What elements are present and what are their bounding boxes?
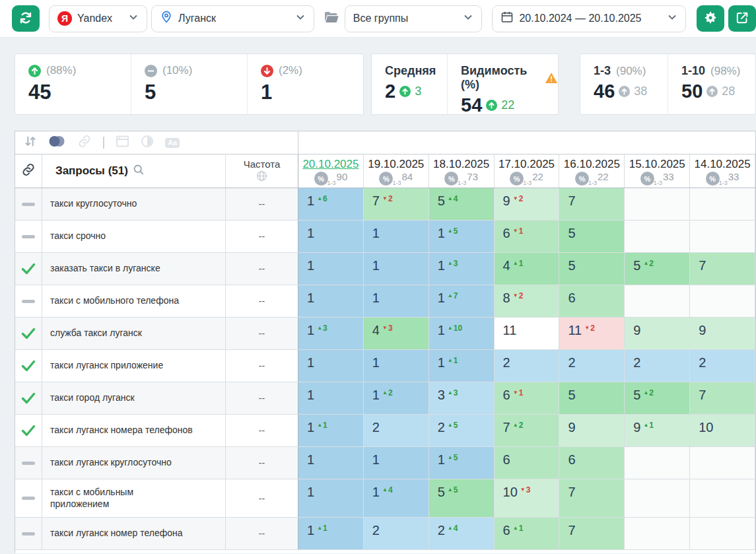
position-cell[interactable]: 9▼2 (495, 188, 560, 220)
position-cell[interactable]: 1▲3 (429, 253, 495, 285)
position-cell[interactable] (690, 221, 755, 252)
check-icon[interactable] (15, 382, 42, 414)
position-cell[interactable]: 1 (364, 253, 429, 285)
position-cell[interactable]: 8▼2 (495, 285, 560, 317)
position-cell[interactable]: 7 (559, 479, 625, 517)
position-cell[interactable]: 1 (364, 285, 429, 317)
date-column-header[interactable]: 20.10.2025%1-390 (298, 155, 364, 188)
position-cell[interactable]: 7 (690, 382, 755, 414)
keyword-label[interactable]: такси с мобильного телефона (42, 285, 226, 317)
position-cell[interactable]: 3▲3 (429, 382, 495, 414)
dash-icon[interactable] (15, 188, 42, 220)
position-cell[interactable]: 5▲2 (625, 253, 690, 285)
date-link[interactable]: 17.10.2025 (498, 158, 555, 170)
position-cell[interactable]: 2 (625, 350, 690, 382)
layers-toggle-icon[interactable] (48, 135, 66, 151)
position-cell[interactable]: 11 (495, 318, 560, 349)
dash-icon[interactable] (15, 221, 42, 252)
position-cell[interactable]: 2 (364, 518, 429, 549)
position-cell[interactable]: 6▼1 (495, 221, 560, 252)
columns-icon[interactable] (116, 135, 129, 151)
font-size-icon[interactable]: Aa (165, 138, 180, 148)
refresh-button[interactable] (12, 5, 40, 32)
position-cell[interactable]: 2▲4 (429, 518, 495, 549)
position-cell[interactable]: 9 (625, 318, 690, 349)
date-link[interactable]: 14.10.2025 (695, 158, 751, 170)
position-cell[interactable]: 1 (298, 382, 364, 414)
link-icon[interactable] (77, 134, 92, 151)
keyword-label[interactable]: такси круглосуточно (42, 188, 226, 220)
position-cell[interactable]: 5 (559, 382, 625, 414)
date-range-select[interactable]: 20.10.2024 — 20.10.2025 (492, 5, 686, 32)
position-cell[interactable]: 5 (559, 221, 625, 252)
keyword-label[interactable]: такси город луганск (42, 382, 226, 414)
date-link[interactable]: 18.10.2025 (433, 158, 489, 170)
date-link[interactable]: 15.10.2025 (629, 158, 685, 170)
keyword-label[interactable]: служба такси луганск (42, 318, 226, 349)
position-cell[interactable]: 6▲1 (495, 518, 560, 549)
date-column-header[interactable]: 15.10.2025%1-333 (625, 155, 690, 188)
position-cell[interactable]: 1 (364, 447, 429, 479)
link-column-header[interactable] (15, 155, 42, 188)
position-cell[interactable]: 6▼1 (495, 382, 560, 414)
position-cell[interactable] (690, 447, 755, 479)
position-cell[interactable]: 7▲2 (495, 415, 560, 446)
position-cell[interactable]: 6 (559, 447, 625, 479)
position-cell[interactable]: 1▲10 (429, 318, 495, 349)
position-cell[interactable] (690, 188, 755, 220)
position-cell[interactable]: 7 (690, 253, 755, 285)
position-cell[interactable] (625, 188, 690, 220)
position-cell[interactable]: 1▲1 (429, 350, 495, 382)
position-cell[interactable]: 2 (364, 415, 429, 446)
region-select[interactable]: Луганск (151, 5, 314, 32)
position-cell[interactable]: 1 (298, 479, 364, 517)
date-column-header[interactable]: 19.10.2025%1-384 (364, 155, 429, 188)
position-cell[interactable] (690, 285, 755, 317)
keyword-label[interactable]: такси срочно (42, 221, 226, 252)
position-cell[interactable]: 5▲4 (429, 188, 495, 220)
group-filter-select[interactable]: Все группы (345, 5, 482, 32)
position-cell[interactable]: 1▲1 (298, 518, 364, 549)
position-cell[interactable]: 5▲5 (429, 479, 495, 517)
position-cell[interactable]: 2▲5 (429, 415, 495, 446)
position-cell[interactable] (690, 518, 755, 549)
keyword-label[interactable]: такси луганск номера телефонов (42, 415, 226, 446)
check-icon[interactable] (15, 253, 42, 285)
date-link[interactable]: 19.10.2025 (368, 158, 424, 170)
date-column-header[interactable]: 16.10.2025%1-322 (559, 155, 625, 188)
position-cell[interactable]: 1▲4 (364, 479, 429, 517)
position-cell[interactable]: 10▼3 (495, 479, 560, 517)
position-cell[interactable]: 1 (364, 221, 429, 252)
dash-icon[interactable] (15, 518, 42, 549)
position-cell[interactable]: 4▲1 (495, 253, 560, 285)
position-cell[interactable]: 4▼3 (364, 318, 429, 349)
keyword-label[interactable]: такси с мобильным приложением (42, 479, 226, 517)
position-cell[interactable]: 9 (690, 318, 755, 349)
queries-column-header[interactable]: Запросы (51) (42, 155, 226, 188)
position-cell[interactable]: 1▲6 (298, 188, 364, 220)
position-cell[interactable]: 2 (690, 350, 755, 382)
position-cell[interactable]: 1▲1 (298, 415, 364, 446)
position-cell[interactable]: 1 (298, 285, 364, 317)
position-cell[interactable]: 1 (364, 350, 429, 382)
position-cell[interactable]: 1▲5 (429, 221, 495, 252)
position-cell[interactable] (625, 285, 690, 317)
position-cell[interactable]: 7▼2 (364, 188, 429, 220)
date-column-header[interactable]: 17.10.2025%1-322 (495, 155, 560, 188)
position-cell[interactable] (625, 479, 690, 517)
check-icon[interactable] (15, 350, 42, 382)
search-engine-select[interactable]: Я Yandex (49, 5, 147, 32)
settings-button[interactable] (697, 5, 724, 32)
position-cell[interactable]: 9 (559, 415, 625, 446)
position-cell[interactable]: 10 (690, 415, 755, 446)
date-column-header[interactable]: 18.10.2025%1-373 (429, 155, 495, 188)
position-cell[interactable]: 1▲2 (364, 382, 429, 414)
position-cell[interactable]: 1 (298, 350, 364, 382)
position-cell[interactable]: 1 (298, 221, 364, 252)
sort-icon[interactable] (24, 135, 37, 151)
position-cell[interactable] (625, 447, 690, 479)
position-cell[interactable]: 6 (495, 447, 560, 479)
folder-icon[interactable] (324, 10, 339, 27)
position-cell[interactable]: 9▲1 (625, 415, 690, 446)
warning-icon[interactable] (545, 72, 558, 84)
